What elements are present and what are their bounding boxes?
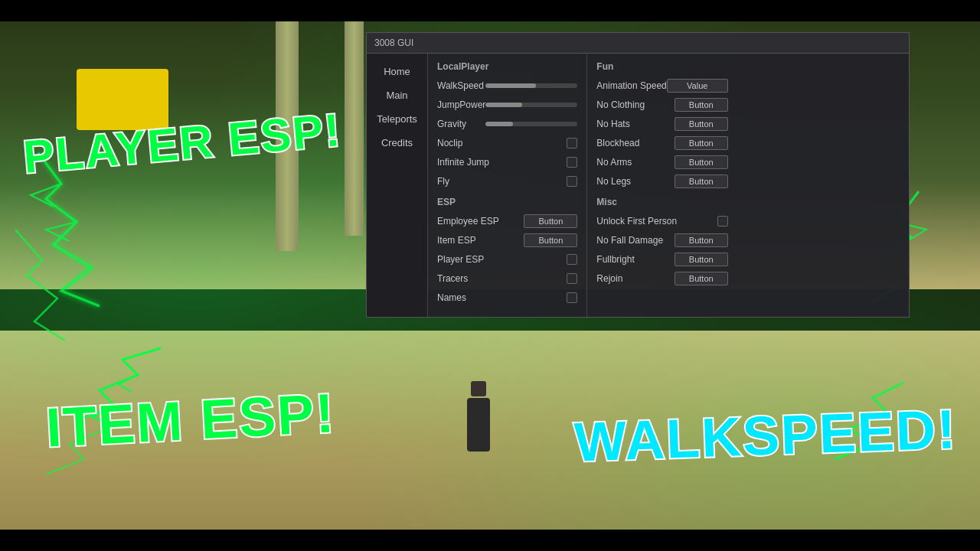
bottom-bar: [0, 530, 980, 551]
sidebar-item-main[interactable]: Main: [367, 83, 427, 107]
blockhead-label: Blockhead: [596, 138, 674, 148]
no-legs-label: No Legs: [596, 176, 674, 187]
no-hats-button[interactable]: Button: [675, 117, 728, 131]
gui-body: Home Main Teleports Credits LocalPlayer …: [367, 54, 909, 317]
employee-esp-label: Employee ESP: [437, 216, 524, 227]
no-legs-row: No Legs Button: [596, 174, 727, 189]
fun-header: Fun: [596, 61, 727, 72]
gravity-row: Gravity: [437, 116, 577, 132]
infinite-jump-label: Infinite Jump: [437, 157, 567, 168]
item-esp-label: Item ESP: [437, 235, 524, 246]
no-fall-damage-button[interactable]: Button: [675, 233, 728, 247]
unlock-first-person-checkbox[interactable]: [717, 216, 728, 227]
no-clothing-row: No Clothing Button: [596, 97, 727, 112]
noclip-checkbox[interactable]: [567, 138, 577, 148]
names-checkbox[interactable]: [567, 292, 577, 303]
misc-header: Misc: [596, 197, 727, 207]
gravity-fill: [485, 122, 513, 126]
top-bar: [0, 0, 980, 21]
no-clothing-label: No Clothing: [596, 99, 674, 110]
animation-speed-button[interactable]: Value: [667, 79, 728, 93]
left-column: LocalPlayer WalkSpeed JumpPower: [428, 54, 586, 317]
localplayer-header: LocalPlayer: [437, 61, 577, 72]
employee-esp-row: Employee ESP Button: [437, 214, 577, 229]
item-esp-row: Item ESP Button: [437, 233, 577, 248]
right-column: Fun Animation Speed Value No Clothing Bu…: [586, 54, 737, 317]
player-esp-label: Player ESP: [437, 254, 567, 265]
jumppower-fill: [485, 103, 522, 107]
player-esp-row: Player ESP: [437, 252, 577, 267]
esp-header: ESP: [437, 197, 577, 207]
gui-title: 3008 GUI: [374, 37, 413, 48]
gui-sidebar: Home Main Teleports Credits: [367, 54, 428, 317]
no-legs-button[interactable]: Button: [675, 174, 728, 188]
tracers-row: Tracers: [437, 271, 577, 286]
blockhead-row: Blockhead Button: [596, 135, 727, 151]
jumppower-slider-container: [485, 103, 577, 107]
employee-esp-button[interactable]: Button: [524, 214, 577, 228]
sidebar-item-teleports[interactable]: Teleports: [367, 107, 427, 131]
infinite-jump-row: Infinite Jump: [437, 155, 577, 170]
no-clothing-button[interactable]: Button: [675, 98, 728, 112]
blockhead-button[interactable]: Button: [675, 136, 728, 150]
sidebar-item-home[interactable]: Home: [367, 60, 427, 83]
pillar-2: [345, 21, 364, 236]
character-silhouette: [467, 398, 490, 452]
item-esp-button[interactable]: Button: [524, 233, 577, 247]
rejoin-label: Rejoin: [596, 273, 674, 284]
infinite-jump-checkbox[interactable]: [567, 157, 577, 168]
no-arms-button[interactable]: Button: [675, 155, 728, 169]
walkspeed-slider[interactable]: [485, 83, 577, 88]
fullbright-label: Fullbright: [596, 254, 674, 265]
walkspeed-slider-container: [485, 83, 577, 88]
fly-row: Fly: [437, 174, 577, 189]
gravity-slider[interactable]: [485, 122, 577, 126]
walkspeed-fill: [485, 83, 536, 88]
walkspeed-row: WalkSpeed: [437, 78, 577, 93]
gravity-label: Gravity: [437, 119, 485, 129]
fullbright-row: Fullbright Button: [596, 252, 727, 267]
jumppower-slider[interactable]: [485, 103, 577, 107]
rejoin-row: Rejoin Button: [596, 271, 727, 286]
player-esp-checkbox[interactable]: [567, 254, 577, 265]
jumppower-row: JumpPower: [437, 97, 577, 112]
rejoin-button[interactable]: Button: [675, 272, 728, 285]
no-arms-label: No Arms: [596, 157, 674, 168]
animation-speed-label: Animation Speed: [596, 80, 666, 91]
names-label: Names: [437, 292, 567, 303]
no-hats-row: No Hats Button: [596, 116, 727, 132]
walkspeed-overlay: WALKSPEED!: [573, 397, 959, 473]
noclip-row: Noclip: [437, 135, 577, 151]
jumppower-label: JumpPower: [437, 99, 485, 110]
tracers-checkbox[interactable]: [567, 273, 577, 284]
sidebar-item-credits[interactable]: Credits: [367, 131, 427, 155]
fly-checkbox[interactable]: [567, 176, 577, 187]
walkspeed-label: WalkSpeed: [437, 80, 485, 91]
unlock-first-person-label: Unlock First Person: [596, 216, 717, 227]
gui-title-bar[interactable]: 3008 GUI: [367, 33, 909, 54]
fullbright-button[interactable]: Button: [675, 253, 728, 266]
no-arms-row: No Arms Button: [596, 155, 727, 170]
names-row: Names: [437, 290, 577, 305]
animation-speed-row: Animation Speed Value: [596, 78, 727, 93]
gui-panel: 3008 GUI Home Main Teleports Credits Loc…: [366, 32, 910, 318]
no-fall-damage-row: No Fall Damage Button: [596, 233, 727, 248]
fly-label: Fly: [437, 176, 567, 187]
tracers-label: Tracers: [437, 273, 567, 284]
no-hats-label: No Hats: [596, 119, 674, 129]
no-fall-damage-label: No Fall Damage: [596, 235, 674, 246]
unlock-first-person-row: Unlock First Person: [596, 214, 727, 229]
gravity-slider-container: [485, 122, 577, 126]
noclip-label: Noclip: [437, 138, 567, 148]
